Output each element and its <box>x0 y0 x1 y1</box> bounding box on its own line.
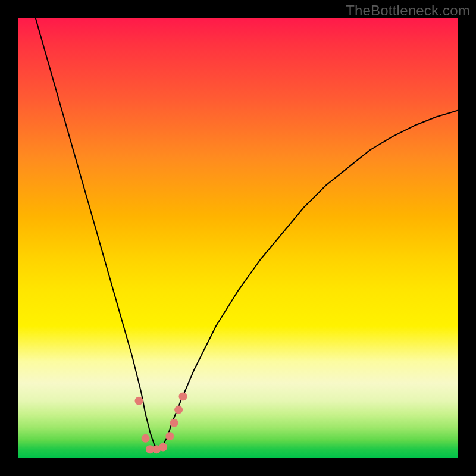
highlight-points <box>135 392 187 453</box>
bottleneck-curve <box>36 18 458 449</box>
chart-svg <box>18 18 458 458</box>
chart-frame: TheBottleneck.com <box>0 0 476 476</box>
watermark-link[interactable]: TheBottleneck.com <box>346 2 470 19</box>
highlight-point <box>179 392 187 400</box>
watermark-text: TheBottleneck.com <box>346 2 470 18</box>
highlight-point <box>135 397 143 405</box>
highlight-point <box>174 406 183 414</box>
plot-area <box>18 18 458 458</box>
highlight-point <box>142 434 150 443</box>
highlight-point <box>159 443 167 452</box>
highlight-point <box>165 432 174 440</box>
highlight-point <box>170 419 178 427</box>
